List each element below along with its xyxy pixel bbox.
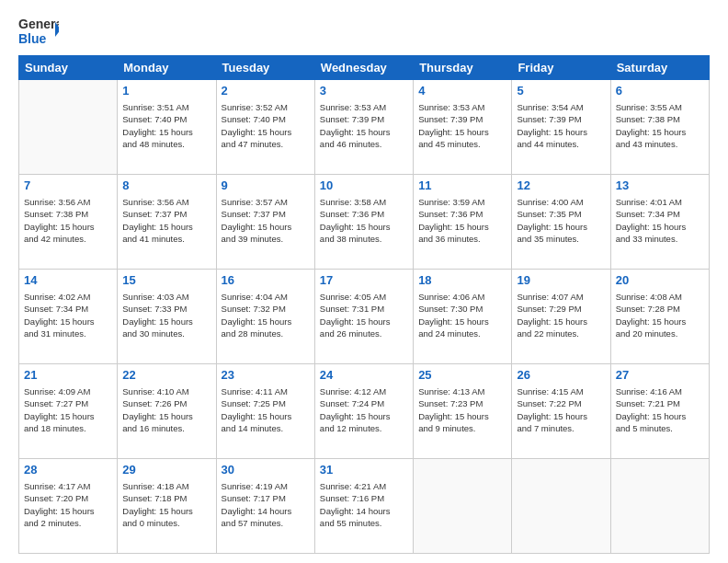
weekday-saturday: Saturday <box>610 56 709 80</box>
day-number: 24 <box>320 367 408 384</box>
calendar-cell: 18Sunrise: 4:06 AM Sunset: 7:30 PM Dayli… <box>414 270 512 364</box>
calendar-cell: 19Sunrise: 4:07 AM Sunset: 7:29 PM Dayli… <box>512 270 610 364</box>
svg-text:Blue: Blue <box>18 31 47 46</box>
calendar-cell: 22Sunrise: 4:10 AM Sunset: 7:26 PM Dayli… <box>118 364 216 459</box>
calendar-cell: 29Sunrise: 4:18 AM Sunset: 7:18 PM Dayli… <box>118 459 216 554</box>
calendar-cell: 30Sunrise: 4:19 AM Sunset: 7:17 PM Dayli… <box>216 459 314 554</box>
day-info: Sunrise: 4:05 AM Sunset: 7:31 PM Dayligh… <box>320 291 408 339</box>
svg-text:General: General <box>18 17 59 31</box>
calendar-cell: 28Sunrise: 4:17 AM Sunset: 7:20 PM Dayli… <box>19 459 118 554</box>
day-number: 9 <box>222 178 310 194</box>
day-info: Sunrise: 4:17 AM Sunset: 7:20 PM Dayligh… <box>24 480 112 529</box>
day-number: 2 <box>222 83 310 99</box>
day-number: 19 <box>517 272 605 289</box>
day-number: 11 <box>418 178 506 194</box>
calendar-cell: 20Sunrise: 4:08 AM Sunset: 7:28 PM Dayli… <box>610 270 709 364</box>
day-info: Sunrise: 4:11 AM Sunset: 7:25 PM Dayligh… <box>222 385 310 434</box>
calendar-cell: 27Sunrise: 4:16 AM Sunset: 7:21 PM Dayli… <box>610 364 709 459</box>
day-info: Sunrise: 4:19 AM Sunset: 7:17 PM Dayligh… <box>222 480 310 529</box>
calendar-cell: 10Sunrise: 3:58 AM Sunset: 7:36 PM Dayli… <box>314 175 413 270</box>
day-info: Sunrise: 4:21 AM Sunset: 7:16 PM Dayligh… <box>320 480 408 529</box>
page: General Blue SundayMondayTuesdayWednesda… <box>0 0 728 563</box>
day-info: Sunrise: 4:13 AM Sunset: 7:23 PM Dayligh… <box>418 385 506 434</box>
calendar-table: SundayMondayTuesdayWednesdayThursdayFrid… <box>18 55 710 554</box>
calendar-cell: 14Sunrise: 4:02 AM Sunset: 7:34 PM Dayli… <box>19 270 118 364</box>
weekday-thursday: Thursday <box>414 56 512 80</box>
calendar-cell: 11Sunrise: 3:59 AM Sunset: 7:36 PM Dayli… <box>414 175 512 270</box>
calendar-cell: 2Sunrise: 3:52 AM Sunset: 7:40 PM Daylig… <box>216 80 314 175</box>
weekday-tuesday: Tuesday <box>216 56 314 80</box>
weekday-friday: Friday <box>512 56 610 80</box>
calendar-cell: 21Sunrise: 4:09 AM Sunset: 7:27 PM Dayli… <box>19 364 118 459</box>
day-info: Sunrise: 3:58 AM Sunset: 7:36 PM Dayligh… <box>320 196 408 245</box>
day-number: 27 <box>616 367 704 384</box>
day-info: Sunrise: 4:06 AM Sunset: 7:30 PM Dayligh… <box>418 291 506 339</box>
weekday-wednesday: Wednesday <box>314 56 413 80</box>
calendar-cell: 6Sunrise: 3:55 AM Sunset: 7:38 PM Daylig… <box>610 80 709 175</box>
calendar-week-2: 7Sunrise: 3:56 AM Sunset: 7:38 PM Daylig… <box>19 175 710 270</box>
day-number: 29 <box>122 462 210 478</box>
day-number: 7 <box>24 178 112 194</box>
calendar-cell: 9Sunrise: 3:57 AM Sunset: 7:37 PM Daylig… <box>216 175 314 270</box>
calendar-cell: 3Sunrise: 3:53 AM Sunset: 7:39 PM Daylig… <box>314 80 413 175</box>
day-number: 30 <box>222 462 310 478</box>
day-info: Sunrise: 3:54 AM Sunset: 7:39 PM Dayligh… <box>517 101 605 150</box>
day-number: 14 <box>24 272 112 289</box>
day-number: 28 <box>24 462 112 478</box>
day-info: Sunrise: 3:53 AM Sunset: 7:39 PM Dayligh… <box>418 101 506 150</box>
day-number: 22 <box>122 367 210 384</box>
calendar-week-1: 1Sunrise: 3:51 AM Sunset: 7:40 PM Daylig… <box>19 80 710 175</box>
day-number: 18 <box>418 272 506 289</box>
calendar-week-5: 28Sunrise: 4:17 AM Sunset: 7:20 PM Dayli… <box>19 459 710 554</box>
day-info: Sunrise: 3:56 AM Sunset: 7:37 PM Dayligh… <box>122 196 210 245</box>
day-info: Sunrise: 3:53 AM Sunset: 7:39 PM Dayligh… <box>320 101 408 150</box>
calendar-cell: 24Sunrise: 4:12 AM Sunset: 7:24 PM Dayli… <box>314 364 413 459</box>
day-number: 17 <box>320 272 408 289</box>
weekday-header-row: SundayMondayTuesdayWednesdayThursdayFrid… <box>19 56 710 80</box>
day-info: Sunrise: 4:15 AM Sunset: 7:22 PM Dayligh… <box>517 385 605 434</box>
day-number: 13 <box>616 178 704 194</box>
day-info: Sunrise: 3:51 AM Sunset: 7:40 PM Dayligh… <box>122 101 210 150</box>
day-number: 31 <box>320 462 408 478</box>
calendar-cell <box>512 459 610 554</box>
calendar-header: SundayMondayTuesdayWednesdayThursdayFrid… <box>19 56 710 80</box>
day-info: Sunrise: 4:09 AM Sunset: 7:27 PM Dayligh… <box>24 385 112 434</box>
calendar-cell <box>610 459 709 554</box>
calendar-cell: 8Sunrise: 3:56 AM Sunset: 7:37 PM Daylig… <box>118 175 216 270</box>
day-info: Sunrise: 4:00 AM Sunset: 7:35 PM Dayligh… <box>517 196 605 245</box>
day-info: Sunrise: 4:04 AM Sunset: 7:32 PM Dayligh… <box>222 291 310 339</box>
day-info: Sunrise: 3:56 AM Sunset: 7:38 PM Dayligh… <box>24 196 112 245</box>
calendar-cell: 12Sunrise: 4:00 AM Sunset: 7:35 PM Dayli… <box>512 175 610 270</box>
calendar-week-3: 14Sunrise: 4:02 AM Sunset: 7:34 PM Dayli… <box>19 270 710 364</box>
day-number: 16 <box>222 272 310 289</box>
day-number: 5 <box>517 83 605 99</box>
day-info: Sunrise: 4:03 AM Sunset: 7:33 PM Dayligh… <box>122 291 210 339</box>
calendar-cell: 23Sunrise: 4:11 AM Sunset: 7:25 PM Dayli… <box>216 364 314 459</box>
calendar-cell: 4Sunrise: 3:53 AM Sunset: 7:39 PM Daylig… <box>414 80 512 175</box>
day-info: Sunrise: 3:55 AM Sunset: 7:38 PM Dayligh… <box>616 101 704 150</box>
header: General Blue <box>18 15 710 48</box>
day-number: 6 <box>616 83 704 99</box>
calendar-body: 1Sunrise: 3:51 AM Sunset: 7:40 PM Daylig… <box>19 80 710 554</box>
day-number: 21 <box>24 367 112 384</box>
calendar-cell: 15Sunrise: 4:03 AM Sunset: 7:33 PM Dayli… <box>118 270 216 364</box>
day-info: Sunrise: 4:12 AM Sunset: 7:24 PM Dayligh… <box>320 385 408 434</box>
calendar-cell <box>414 459 512 554</box>
day-info: Sunrise: 4:08 AM Sunset: 7:28 PM Dayligh… <box>616 291 704 339</box>
day-number: 25 <box>418 367 506 384</box>
calendar-week-4: 21Sunrise: 4:09 AM Sunset: 7:27 PM Dayli… <box>19 364 710 459</box>
day-info: Sunrise: 4:16 AM Sunset: 7:21 PM Dayligh… <box>616 385 704 434</box>
calendar-cell: 13Sunrise: 4:01 AM Sunset: 7:34 PM Dayli… <box>610 175 709 270</box>
weekday-monday: Monday <box>118 56 216 80</box>
weekday-sunday: Sunday <box>19 56 118 80</box>
day-info: Sunrise: 4:18 AM Sunset: 7:18 PM Dayligh… <box>122 480 210 529</box>
day-info: Sunrise: 4:02 AM Sunset: 7:34 PM Dayligh… <box>24 291 112 339</box>
calendar-cell: 25Sunrise: 4:13 AM Sunset: 7:23 PM Dayli… <box>414 364 512 459</box>
calendar-cell: 26Sunrise: 4:15 AM Sunset: 7:22 PM Dayli… <box>512 364 610 459</box>
calendar-cell <box>19 80 118 175</box>
logo: General Blue <box>18 15 59 48</box>
day-info: Sunrise: 4:07 AM Sunset: 7:29 PM Dayligh… <box>517 291 605 339</box>
day-number: 20 <box>616 272 704 289</box>
calendar-cell: 7Sunrise: 3:56 AM Sunset: 7:38 PM Daylig… <box>19 175 118 270</box>
day-info: Sunrise: 3:57 AM Sunset: 7:37 PM Dayligh… <box>222 196 310 245</box>
